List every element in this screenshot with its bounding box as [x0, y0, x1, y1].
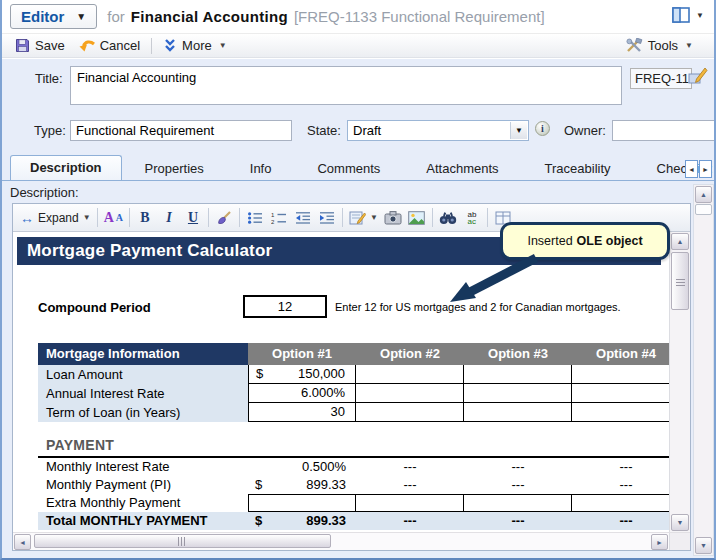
cell-value: ---	[464, 458, 572, 476]
cell-empty	[356, 384, 464, 403]
toolbar-separator	[342, 208, 343, 227]
dropdown-arrow-icon: ▼	[510, 122, 527, 139]
cell-value: 6.000%	[301, 384, 345, 402]
italic-icon: I	[166, 210, 171, 226]
cell-empty	[572, 403, 680, 422]
more-label: More	[182, 38, 212, 53]
cell-empty	[572, 365, 680, 384]
underline-button[interactable]: U	[181, 207, 205, 229]
tab-scroll-buttons: ◄ ►	[685, 160, 712, 178]
expand-label: Expand	[38, 211, 79, 225]
vertical-scroll-thumb[interactable]	[671, 252, 689, 310]
find-button[interactable]	[436, 207, 460, 229]
work-item-editor-window: Editor ▼ for Financial Accounting [FREQ-…	[0, 0, 716, 560]
row-label: Annual Interest Rate	[38, 384, 248, 403]
tab-scroll-right-icon[interactable]: ►	[699, 160, 712, 178]
cell-empty	[464, 403, 572, 422]
font-style-button[interactable]: AA	[101, 207, 126, 229]
for-label: for	[107, 8, 125, 25]
expand-button[interactable]: ↔ Expand ▼	[17, 207, 94, 229]
tab-description[interactable]: Description	[10, 155, 122, 180]
type-input[interactable]	[70, 120, 292, 141]
scroll-down-icon[interactable]: ▼	[671, 514, 689, 531]
cell-value: 899.33	[306, 512, 346, 530]
title-input[interactable]: Financial Accounting	[70, 66, 622, 105]
cell-empty	[248, 494, 356, 512]
cell-value: 150,000	[298, 365, 345, 383]
save-label: Save	[35, 38, 65, 53]
scroll-left-icon[interactable]: ◄	[14, 534, 31, 550]
description-content: Mortgage Payment Calculator Compound Per…	[13, 232, 690, 532]
tab-attachments[interactable]: Attachments	[403, 157, 521, 180]
tools-label: Tools	[648, 38, 678, 53]
insert-image-button[interactable]	[405, 207, 429, 229]
cell-empty	[464, 365, 572, 384]
bold-icon: B	[140, 210, 149, 226]
ole-horizontal-scrollbar[interactable]: ◄ ►	[13, 532, 690, 550]
numbered-list-button[interactable]: 1 2	[267, 207, 291, 229]
italic-button[interactable]: I	[157, 207, 181, 229]
cell-value: ---	[356, 458, 464, 476]
replace-button[interactable]: ab ac	[460, 207, 484, 229]
tab-scroll-left-icon[interactable]: ◄	[685, 160, 698, 178]
outdent-button[interactable]	[291, 207, 315, 229]
horizontal-scroll-track[interactable]	[32, 533, 650, 550]
cell-value: ---	[572, 512, 680, 530]
ole-vertical-scrollbar[interactable]: ▲ ▼	[669, 232, 690, 532]
bullet-list-button[interactable]	[243, 207, 267, 229]
paintbrush-icon	[215, 210, 232, 226]
owner-input[interactable]	[612, 120, 715, 141]
document-reference: [FREQ-1133 Functional Requirement]	[294, 8, 545, 25]
bold-button[interactable]: B	[133, 207, 157, 229]
action-toolbar: Save Cancel More ▼ Too	[2, 33, 714, 58]
scroll-down-icon[interactable]: ▼	[695, 537, 712, 554]
insert-edit-button[interactable]: ▼	[346, 207, 381, 229]
work-item-form: Title: Financial Accounting FREQ-113 Typ…	[2, 59, 714, 156]
table-row: Monthly Payment (PI) $899.33 --- --- ---	[38, 476, 680, 494]
editor-vertical-scrollbar[interactable]: ▲ ▼	[693, 184, 714, 556]
binoculars-icon	[439, 211, 457, 225]
cancel-button[interactable]: Cancel	[72, 35, 147, 57]
cell-value: ---	[572, 458, 680, 476]
header-option-3: Option #3	[464, 343, 572, 365]
work-item-id-badge[interactable]: FREQ-113	[630, 68, 692, 89]
table-row: Term of Loan (in Years) 30	[38, 403, 680, 422]
row-label: Term of Loan (in Years)	[38, 403, 248, 422]
state-field-label: State:	[307, 123, 341, 138]
tab-comments[interactable]: Comments	[294, 157, 403, 180]
cell-empty	[356, 365, 464, 384]
chevron-down-icon: ▼	[83, 213, 91, 222]
state-info-icon[interactable]: i	[535, 121, 550, 136]
format-painter-button[interactable]	[212, 207, 236, 229]
layout-selector-button[interactable]: ▼	[672, 7, 704, 23]
row-label: Loan Amount	[38, 365, 248, 384]
tab-info[interactable]: Info	[227, 157, 295, 180]
scroll-up-icon[interactable]: ▲	[671, 233, 689, 250]
screenshot-button[interactable]	[381, 207, 405, 229]
double-chevron-down-icon	[163, 38, 177, 53]
edit-id-pencil-icon[interactable]	[688, 67, 708, 89]
tab-properties[interactable]: Properties	[122, 157, 227, 180]
currency-prefix: $	[256, 365, 263, 383]
callout-text: Inserted	[527, 234, 572, 248]
more-menu-button[interactable]: More ▼	[156, 35, 234, 57]
edit-page-pencil-icon	[349, 210, 366, 226]
horizontal-scroll-thumb[interactable]	[34, 534, 331, 548]
save-button[interactable]: Save	[8, 35, 72, 57]
scroll-up-icon[interactable]: ▲	[695, 186, 712, 203]
scrollbar-corner	[669, 533, 690, 550]
header-mortgage-information: Mortgage Information	[38, 343, 248, 365]
cell-empty	[572, 384, 680, 403]
indent-button[interactable]	[315, 207, 339, 229]
row-label: Extra Monthly Payment	[38, 494, 248, 512]
state-dropdown[interactable]: Draft ▼	[347, 120, 529, 141]
tools-menu-button[interactable]: Tools ▼	[618, 35, 700, 57]
tab-traceability[interactable]: Traceability	[522, 157, 634, 180]
currency-prefix: $	[255, 476, 262, 494]
editor-mode-dropdown[interactable]: Editor ▼	[10, 4, 97, 29]
find-replace-icon: ab ac	[467, 211, 476, 225]
scroll-right-icon[interactable]: ►	[651, 534, 668, 550]
vertical-scroll-thumb[interactable]	[695, 204, 712, 215]
row-label: Monthly Interest Rate	[38, 458, 248, 476]
header-option-4: Option #4	[572, 343, 680, 365]
